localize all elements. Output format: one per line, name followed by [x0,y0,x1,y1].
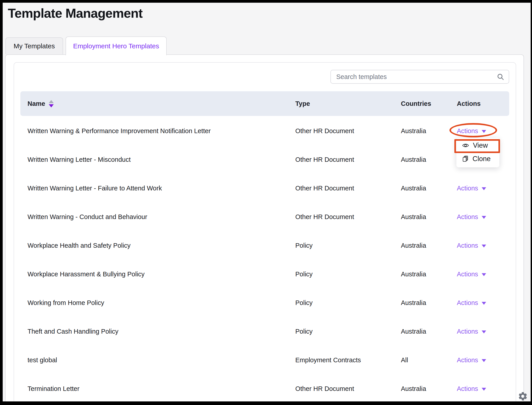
actions-dropdown-button[interactable]: Actions [457,328,486,335]
column-header-type: Type [288,91,394,116]
template-type: Policy [288,317,394,346]
chevron-down-icon [482,388,486,391]
chevron-down-icon [482,302,486,305]
template-name: test global [20,346,288,374]
tab-employment-hero-templates[interactable]: Employment Hero Templates [66,36,167,55]
tab-my-templates[interactable]: My Templates [5,37,63,54]
template-management-page: Template Management My Templates Employm… [3,3,531,401]
template-name: Theft and Cash Handling Policy [20,317,288,346]
tab-employment-hero-templates-label: Employment Hero Templates [73,42,159,50]
actions-dropdown-button[interactable]: Actions [457,185,486,192]
table-row: Written Warning Letter - Misconduct Othe… [20,145,509,174]
template-type: Policy [288,288,394,317]
search-field [330,70,509,84]
search-input[interactable] [331,73,497,81]
template-type: Other HR Document [288,202,394,231]
actions-dropdown-button[interactable]: Actions [457,299,486,307]
actions-dropdown-button[interactable]: Actions [457,270,486,278]
template-name: Workplace Health and Safety Policy [20,231,288,260]
template-countries: Australia [394,202,450,231]
template-type: Other HR Document [288,374,394,401]
table-row: Written Warning Letter - Failure to Atte… [20,174,509,202]
template-countries: Australia [394,231,450,260]
template-countries: Australia [394,374,450,401]
table-row: Written Warning & Performance Improvemen… [20,117,509,145]
actions-dropdown-button[interactable]: Actions [457,213,486,221]
table-row: Written Warning - Conduct and Behaviour … [20,202,509,231]
template-countries: Australia [394,317,450,346]
template-type: Policy [288,260,394,288]
chevron-down-icon [482,331,486,333]
chevron-down-icon [482,187,486,190]
template-name: Termination Letter [20,374,288,401]
table-row: Workplace Health and Safety Policy Polic… [20,231,509,260]
template-type: Employment Contracts [288,346,394,374]
template-countries: Australia [394,174,450,202]
table-row: test global Employment Contracts All Act… [20,346,509,374]
page-title: Template Management [8,6,142,20]
template-type: Other HR Document [288,117,394,145]
screenshot-frame: Template Management My Templates Employm… [0,0,532,405]
template-name: Working from Home Policy [20,288,288,317]
tab-my-templates-label: My Templates [14,42,55,50]
table-row: Workplace Harassment & Bullying Policy P… [20,260,509,288]
template-type: Other HR Document [288,174,394,202]
template-countries: Australia [394,117,450,145]
clone-icon [462,155,468,162]
sort-arrows-icon[interactable] [49,100,54,108]
template-name: Written Warning & Performance Improvemen… [20,117,288,145]
chevron-down-icon [482,359,486,362]
template-countries: Australia [394,145,450,174]
table-row: Working from Home Policy Policy Australi… [20,288,509,317]
template-countries: Australia [394,288,450,317]
template-name: Written Warning Letter - Failure to Atte… [20,174,288,202]
search-icon[interactable] [497,73,504,81]
column-header-countries: Countries [394,91,450,116]
actions-dropdown-button[interactable]: Actions [457,242,486,249]
table-header-row: Name Type Countries Actions [20,91,509,116]
template-countries: All [394,346,450,374]
annotation-ellipse [450,123,497,137]
template-name: Workplace Harassment & Bullying Policy [20,260,288,288]
table-row: Termination Letter Other HR Document Aus… [20,374,509,401]
template-type: Other HR Document [288,145,394,174]
chevron-down-icon [482,216,486,219]
template-name: Written Warning - Conduct and Behaviour [20,202,288,231]
sort-ascending-icon [49,100,54,103]
template-name: Written Warning Letter - Misconduct [20,145,288,174]
template-countries: Australia [394,260,450,288]
table-row: Theft and Cash Handling Policy Policy Au… [20,317,509,346]
actions-dropdown-button[interactable]: Actions [457,357,486,364]
chevron-down-icon [482,244,486,248]
annotation-rectangle [454,139,500,153]
column-header-actions: Actions [450,91,509,116]
menu-item-clone[interactable]: Clone [456,152,499,166]
actions-dropdown-button[interactable]: Actions [457,385,486,392]
sort-descending-icon [49,104,54,108]
template-type: Policy [288,231,394,260]
gear-icon[interactable] [518,391,528,401]
chevron-down-icon [482,273,486,276]
column-header-name[interactable]: Name [20,91,288,116]
